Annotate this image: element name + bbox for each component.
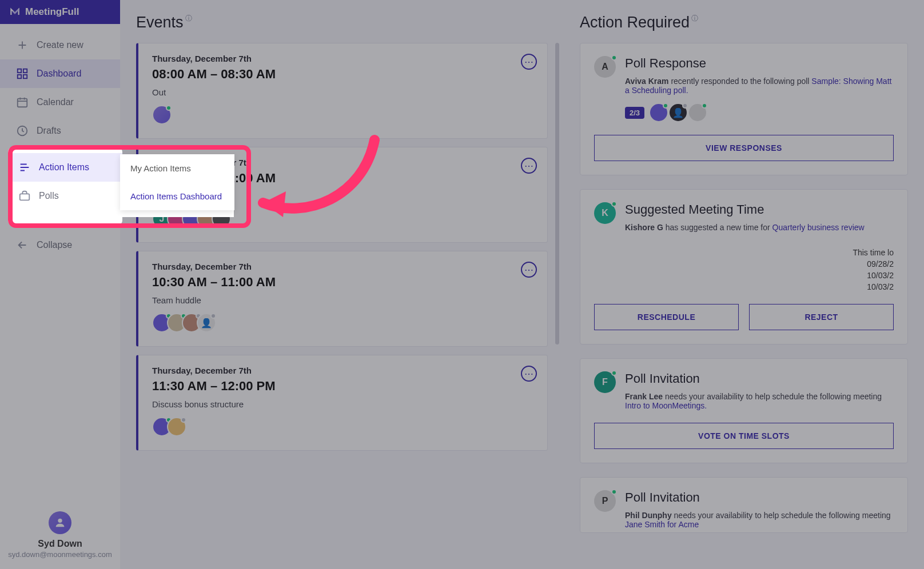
sidebar-item-label: Dashboard <box>37 69 81 79</box>
events-list: ⋯ Thursday, December 7th 08:00 AM – 08:3… <box>136 43 559 546</box>
attendees: 👤 <box>152 313 535 332</box>
sidebar-item-polls[interactable]: Polls <box>8 182 122 210</box>
brand-header: MeetingFull <box>0 0 120 24</box>
time-list: This time lo 09/28/2 10/03/2 10/03/2 <box>594 248 894 291</box>
card-title: Poll Invitation <box>625 490 894 505</box>
user-name: Syd Down <box>6 539 114 549</box>
plus-icon <box>16 39 29 51</box>
sidebar-item-dashboard[interactable]: Dashboard <box>0 59 120 88</box>
events-title: Eventsⓘ <box>136 14 559 31</box>
avatar[interactable] <box>167 417 186 436</box>
avatar[interactable] <box>688 103 707 122</box>
svg-point-7 <box>58 519 62 523</box>
responders: 2/3 👤 <box>625 103 894 122</box>
event-card[interactable]: ⋯ Thursday, December 7th 11:30 AM – 12:0… <box>136 355 548 451</box>
event-date: Thursday, December 7th <box>152 366 535 375</box>
avatar[interactable]: F <box>594 371 616 393</box>
sidebar-item-label: Collapse <box>37 240 72 250</box>
card-title: Poll Invitation <box>625 371 894 386</box>
highlighted-nav: Action Items Polls <box>8 153 122 210</box>
sidebar-item-collapse[interactable]: Collapse <box>0 231 120 259</box>
meeting-link[interactable]: Jane Smith for Acme <box>625 520 699 529</box>
card-subtitle: Phil Dunphy needs your availability to h… <box>625 511 894 529</box>
action-items-submenu: My Action Items Action Items Dashboard <box>120 154 234 210</box>
sidebar-item-action-items[interactable]: Action Items <box>8 153 122 182</box>
meeting-link[interactable]: Intro to MoonMeetings. <box>625 401 707 410</box>
brand-icon <box>9 6 21 18</box>
main-content: Eventsⓘ ⋯ Thursday, December 7th 08:00 A… <box>120 0 924 569</box>
event-title: Team huddle <box>152 295 535 305</box>
svg-rect-2 <box>18 75 21 78</box>
svg-rect-0 <box>18 69 21 73</box>
sidebar: MeetingFull Create new Dashboard Calenda… <box>0 0 120 569</box>
card-title: Poll Response <box>625 56 894 71</box>
svg-rect-1 <box>23 69 27 73</box>
event-date: Thursday, December 7th <box>152 54 535 63</box>
event-card[interactable]: ⋯ Thursday, December 7th 08:00 AM – 08:3… <box>136 43 548 139</box>
info-icon[interactable]: ⓘ <box>691 14 698 23</box>
scrollbar[interactable] <box>555 43 559 344</box>
more-icon[interactable]: ⋯ <box>521 158 537 174</box>
event-title: Discuss bonus structure <box>152 399 535 409</box>
event-date: Thursday, December 7th <box>152 262 535 271</box>
poll-response-card: A Poll Response Aviva Kram recently resp… <box>580 43 908 175</box>
sidebar-item-create[interactable]: Create new <box>0 31 120 59</box>
event-time: 08:00 AM – 08:30 AM <box>152 67 535 82</box>
brand-label: MeetingFull <box>25 6 79 18</box>
reschedule-button[interactable]: RESCHEDULE <box>594 304 739 330</box>
sidebar-item-drafts[interactable]: Drafts <box>0 117 120 145</box>
card-subtitle: Aviva Kram recently responded to the fol… <box>625 77 894 95</box>
calendar-icon <box>16 96 29 109</box>
sidebar-item-label: Calendar <box>37 97 74 107</box>
sidebar-item-label: Create new <box>37 40 83 50</box>
clock-icon <box>16 125 29 137</box>
poll-invitation-card: P Poll Invitation Phil Dunphy needs your… <box>580 477 908 533</box>
sidebar-item-label: Drafts <box>37 126 61 136</box>
action-required-title: Action Requiredⓘ <box>580 14 908 31</box>
avatar[interactable]: 👤 <box>668 103 688 122</box>
svg-rect-4 <box>18 99 27 107</box>
submenu-my-action-items[interactable]: My Action Items <box>120 154 234 182</box>
avatar[interactable]: P <box>594 490 616 512</box>
briefcase-icon <box>18 190 31 202</box>
grid-icon <box>16 67 29 80</box>
view-responses-button[interactable]: VIEW RESPONSES <box>594 135 894 161</box>
event-time: 10:30 AM – 11:00 AM <box>152 275 535 290</box>
avatar[interactable]: 👤 <box>197 313 216 332</box>
attendees <box>152 105 535 125</box>
arrow-left-icon <box>16 239 29 251</box>
event-card[interactable]: ⋯ Thursday, December 7th 10:30 AM – 11:0… <box>136 251 548 347</box>
card-subtitle: Kishore G has suggested a new time for Q… <box>625 223 894 232</box>
svg-rect-3 <box>23 75 27 78</box>
user-block[interactable]: Syd Down syd.down@moonmeetings.com <box>0 504 120 569</box>
response-count-badge: 2/3 <box>625 107 644 119</box>
vote-button[interactable]: VOTE ON TIME SLOTS <box>594 423 894 449</box>
action-required-column: Action Requiredⓘ A Poll Response Aviva K… <box>580 14 908 569</box>
card-subtitle: Frank Lee needs your availability to hel… <box>625 392 894 410</box>
user-avatar <box>49 511 71 534</box>
svg-rect-8 <box>20 194 30 200</box>
avatar[interactable]: A <box>594 56 616 78</box>
meeting-link[interactable]: Quarterly business review <box>772 223 865 232</box>
attendees <box>152 417 535 436</box>
avatar[interactable] <box>152 105 172 125</box>
reject-button[interactable]: REJECT <box>749 304 894 330</box>
events-column: Eventsⓘ ⋯ Thursday, December 7th 08:00 A… <box>136 14 559 569</box>
avatar[interactable]: K <box>594 202 616 224</box>
event-title: Out <box>152 87 535 97</box>
more-icon[interactable]: ⋯ <box>521 366 537 382</box>
avatar[interactable] <box>649 103 668 122</box>
info-icon[interactable]: ⓘ <box>185 14 192 23</box>
sidebar-item-calendar[interactable]: Calendar <box>0 88 120 117</box>
submenu-action-items-dashboard[interactable]: Action Items Dashboard <box>120 182 234 210</box>
card-title: Suggested Meeting Time <box>625 202 894 217</box>
more-icon[interactable]: ⋯ <box>521 262 537 278</box>
suggested-time-card: K Suggested Meeting Time Kishore G has s… <box>580 189 908 344</box>
nav: Create new Dashboard Calendar Drafts Act… <box>0 24 120 504</box>
list-icon <box>18 161 31 174</box>
sidebar-item-label: Action Items <box>39 162 89 173</box>
more-icon[interactable]: ⋯ <box>521 54 537 70</box>
event-time: 11:30 AM – 12:00 PM <box>152 379 535 394</box>
user-email: syd.down@moonmeetings.com <box>6 550 114 559</box>
poll-invitation-card: F Poll Invitation Frank Lee needs your a… <box>580 358 908 463</box>
